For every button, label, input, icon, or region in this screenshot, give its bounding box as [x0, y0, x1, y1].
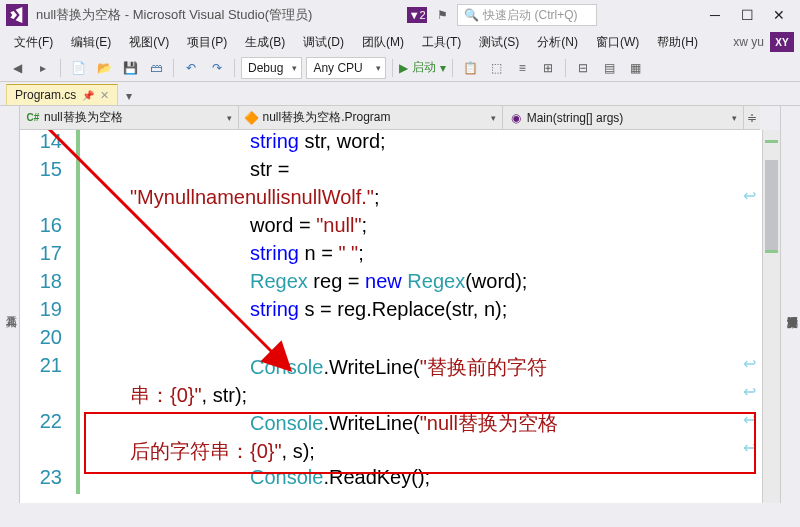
line-number: 20 — [20, 326, 80, 354]
wrap-glyph-icon: ↩ — [743, 410, 756, 429]
username-label[interactable]: xw yu — [733, 35, 764, 49]
tb-icon-6[interactable]: ▤ — [598, 57, 620, 79]
scrollbar-thumb[interactable] — [765, 160, 778, 250]
document-tab[interactable]: Program.cs 📌 ✕ — [6, 84, 118, 105]
user-avatar[interactable]: XY — [770, 32, 794, 52]
line-number — [20, 186, 80, 214]
right-panel-group: 解决方案资源管理器 团队资源管理器 诊断工具 属性 — [780, 106, 800, 503]
pin-icon[interactable]: 📌 — [82, 90, 94, 101]
namespace-dropdown[interactable]: C# null替换为空格 — [20, 106, 239, 129]
start-debug-button[interactable]: 启动 ▾ — [399, 59, 446, 76]
menu-file[interactable]: 文件(F) — [6, 32, 61, 53]
document-tabstrip: Program.cs 📌 ✕ ▾ — [0, 82, 800, 106]
line-number: 18 — [20, 270, 80, 298]
method-dropdown[interactable]: ◉ Main(string[] args) — [503, 106, 744, 129]
menu-window[interactable]: 窗口(W) — [588, 32, 647, 53]
tb-icon-1[interactable]: 📋 — [459, 57, 481, 79]
minimize-button[interactable]: ─ — [700, 3, 730, 27]
menu-test[interactable]: 测试(S) — [471, 32, 527, 53]
line-number: 14 — [20, 130, 80, 158]
feedback-icon[interactable]: ⚑ — [433, 6, 451, 24]
menu-edit[interactable]: 编辑(E) — [63, 32, 119, 53]
save-button[interactable]: 💾 — [119, 57, 141, 79]
vertical-scrollbar[interactable] — [762, 130, 780, 503]
menu-project[interactable]: 项目(P) — [179, 32, 235, 53]
method-icon: ◉ — [509, 111, 523, 125]
title-bar: null替换为空格 - Microsoft Visual Studio(管理员)… — [0, 0, 800, 30]
code-line[interactable]: 17string n = " "; — [20, 242, 780, 270]
quick-launch-input[interactable]: 🔍 快速启动 (Ctrl+Q) — [457, 4, 597, 26]
line-text: string n = " "; — [80, 242, 780, 270]
menu-build[interactable]: 生成(B) — [237, 32, 293, 53]
menu-bar: 文件(F) 编辑(E) 视图(V) 项目(P) 生成(B) 调试(D) 团队(M… — [0, 30, 800, 54]
window-title: null替换为空格 - Microsoft Visual Studio(管理员) — [36, 6, 312, 24]
config-dropdown[interactable]: Debug — [241, 57, 302, 79]
platform-dropdown[interactable]: Any CPU — [306, 57, 386, 79]
code-line[interactable]: 后的字符串：{0}", s);↩ — [20, 438, 780, 466]
tb-icon-2[interactable]: ⬚ — [485, 57, 507, 79]
search-icon: 🔍 — [464, 8, 479, 22]
wrap-glyph-icon: ↩ — [743, 382, 756, 401]
code-line[interactable]: 14string str, word; — [20, 130, 780, 158]
menu-view[interactable]: 视图(V) — [121, 32, 177, 53]
line-number: 16 — [20, 214, 80, 242]
line-text: 串：{0}", str); — [80, 382, 780, 410]
nav-forward-button[interactable]: ▸ — [32, 57, 54, 79]
undo-button[interactable]: ↶ — [180, 57, 202, 79]
line-text: str = — [80, 158, 780, 186]
redo-button[interactable]: ↷ — [206, 57, 228, 79]
toolbar: ◀ ▸ 📄 📂 💾 🗃 ↶ ↷ Debug Any CPU 启动 ▾ 📋 ⬚ ≡… — [0, 54, 800, 82]
line-text: Console.WriteLine("null替换为空格 — [80, 410, 780, 438]
line-text: word = "null"; — [80, 214, 780, 242]
code-line[interactable]: 19string s = reg.Replace(str, n); — [20, 298, 780, 326]
line-text — [80, 326, 780, 354]
line-text: Console.WriteLine("替换前的字符 — [80, 354, 780, 382]
line-number: 21 — [20, 354, 80, 382]
line-text: string str, word; — [80, 130, 780, 158]
code-line[interactable]: 20 — [20, 326, 780, 354]
panel-solution-explorer[interactable]: 解决方案资源管理器 — [785, 112, 800, 503]
code-line[interactable]: 15str = — [20, 158, 780, 186]
line-text: string s = reg.Replace(str, n); — [80, 298, 780, 326]
line-text: Regex reg = new Regex(word); — [80, 270, 780, 298]
code-line[interactable]: 18Regex reg = new Regex(word); — [20, 270, 780, 298]
tb-icon-3[interactable]: ≡ — [511, 57, 533, 79]
line-number: 17 — [20, 242, 80, 270]
line-number: 22 — [20, 410, 80, 438]
tb-icon-7[interactable]: ▦ — [624, 57, 646, 79]
menu-team[interactable]: 团队(M) — [354, 32, 412, 53]
menu-analyze[interactable]: 分析(N) — [529, 32, 586, 53]
left-panel-toolbox[interactable]: 工具箱 — [0, 106, 20, 503]
line-number: 23 — [20, 466, 80, 494]
csharp-icon: C# — [26, 111, 40, 125]
menu-tools[interactable]: 工具(T) — [414, 32, 469, 53]
code-line[interactable]: 23Console.ReadKey(); — [20, 466, 780, 494]
code-nav-bar: C# null替换为空格 🔶 null替换为空格.Program ◉ Main(… — [20, 106, 760, 130]
tb-icon-4[interactable]: ⊞ — [537, 57, 559, 79]
tb-icon-5[interactable]: ⊟ — [572, 57, 594, 79]
maximize-button[interactable]: ☐ — [732, 3, 762, 27]
line-number — [20, 382, 80, 410]
code-line[interactable]: 16word = "null"; — [20, 214, 780, 242]
notification-badge[interactable]: ▼2 — [407, 7, 427, 23]
class-icon: 🔶 — [245, 111, 259, 125]
line-number: 15 — [20, 158, 80, 186]
line-text: 后的字符串：{0}", s); — [80, 438, 780, 466]
new-project-button[interactable]: 📄 — [67, 57, 89, 79]
code-editor[interactable]: 14string str, word;15str ="Mynullnamenul… — [20, 130, 780, 503]
tab-name: Program.cs — [15, 88, 76, 102]
menu-debug[interactable]: 调试(D) — [295, 32, 352, 53]
code-line[interactable]: 串：{0}", str);↩ — [20, 382, 780, 410]
line-number — [20, 438, 80, 466]
save-all-button[interactable]: 🗃 — [145, 57, 167, 79]
close-button[interactable]: ✕ — [764, 3, 794, 27]
nav-back-button[interactable]: ◀ — [6, 57, 28, 79]
open-file-button[interactable]: 📂 — [93, 57, 115, 79]
code-line[interactable]: 22Console.WriteLine("null替换为空格↩ — [20, 410, 780, 438]
code-line[interactable]: 21Console.WriteLine("替换前的字符↩ — [20, 354, 780, 382]
class-dropdown[interactable]: 🔶 null替换为空格.Program — [239, 106, 503, 129]
tab-overflow-button[interactable]: ▾ — [122, 87, 136, 105]
tab-close-button[interactable]: ✕ — [100, 89, 109, 102]
code-line[interactable]: "MynullnamenullisnullWolf.";↩ — [20, 186, 780, 214]
menu-help[interactable]: 帮助(H) — [649, 32, 706, 53]
